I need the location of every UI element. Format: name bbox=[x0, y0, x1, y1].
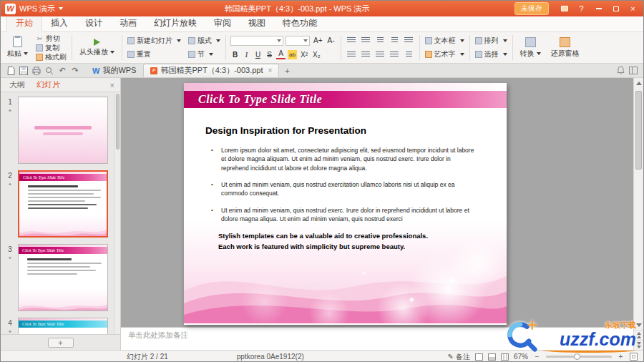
copy-button[interactable]: 复制 bbox=[33, 43, 69, 52]
slide-title-bar[interactable]: Click To Type Slide Title bbox=[184, 91, 507, 109]
add-slide-button[interactable]: + bbox=[48, 338, 74, 348]
thumb-3-preview[interactable]: Click To Type Slide Title bbox=[18, 244, 108, 311]
normal-view-button[interactable] bbox=[475, 353, 483, 361]
strikethrough-button[interactable]: S bbox=[265, 50, 274, 59]
increase-font-button[interactable]: A+ bbox=[312, 36, 324, 45]
font-name-select[interactable] bbox=[230, 36, 283, 46]
undo-button[interactable]: ↶ bbox=[57, 65, 68, 76]
zoom-out-button[interactable]: − bbox=[533, 353, 541, 361]
paste-button[interactable]: 粘贴 bbox=[2, 34, 33, 62]
home-tab-wps[interactable]: W 我的WPS bbox=[85, 64, 143, 77]
preview-button[interactable] bbox=[44, 65, 55, 76]
columns-button[interactable] bbox=[403, 50, 415, 59]
tab-design[interactable]: 设计 bbox=[77, 15, 111, 31]
bell-button[interactable] bbox=[617, 66, 625, 76]
unsaved-badge[interactable]: 未保存 bbox=[514, 2, 549, 15]
format-painter-button[interactable]: 格式刷 bbox=[33, 52, 69, 62]
slide-body[interactable]: Design Inspiration for Presentation •Lor… bbox=[184, 109, 507, 323]
tab-home[interactable]: 开始 bbox=[6, 14, 42, 32]
app-brand[interactable]: WPS 演示 bbox=[19, 4, 55, 14]
subscript-button[interactable]: X₂ bbox=[311, 50, 322, 59]
highlight-button[interactable]: ab bbox=[288, 50, 297, 59]
slide-emphasis-block[interactable]: Stylish templates can be a valuable aid … bbox=[218, 231, 479, 252]
current-slide[interactable]: Click To Type Slide Title Design Inspira… bbox=[184, 83, 507, 325]
decrease-font-button[interactable]: A- bbox=[326, 36, 336, 45]
select-button[interactable]: 选择 bbox=[472, 50, 510, 59]
superscript-button[interactable]: X² bbox=[299, 50, 309, 59]
notes-toggle-button[interactable]: ✎备注 bbox=[448, 352, 470, 362]
wordart-button[interactable]: 艺术字 bbox=[422, 50, 467, 59]
align-left-button[interactable] bbox=[346, 50, 358, 59]
document-tab[interactable]: P 韩国精美PPT（4:3）-003.ppt × bbox=[143, 64, 279, 77]
print-button[interactable] bbox=[31, 65, 42, 76]
slide-heading[interactable]: Design Inspiration for Presentation bbox=[205, 125, 482, 136]
fit-slide-button[interactable] bbox=[630, 353, 638, 361]
minimize-button[interactable] bbox=[591, 4, 606, 14]
line-spacing-button[interactable] bbox=[403, 36, 415, 45]
new-tab-button[interactable]: + bbox=[279, 64, 295, 77]
underline-button[interactable]: U bbox=[253, 50, 263, 59]
tab-animation[interactable]: 动画 bbox=[111, 15, 145, 31]
font-color-button[interactable]: A bbox=[276, 50, 286, 59]
thumb-4-preview[interactable]: Click To Type Slide Title bbox=[18, 318, 108, 334]
slide-thumbnail-3[interactable]: 3✦ Click To Type Slide Title bbox=[2, 244, 120, 311]
cut-button[interactable]: ✂剪切 bbox=[33, 34, 69, 43]
tab-review[interactable]: 审阅 bbox=[205, 15, 240, 31]
justify-button[interactable] bbox=[389, 50, 401, 59]
arrange-button[interactable]: 排列 bbox=[472, 36, 510, 45]
decrease-indent-button[interactable] bbox=[374, 36, 386, 45]
tab-special-features[interactable]: 特色功能 bbox=[274, 15, 326, 31]
italic-button[interactable]: I bbox=[242, 50, 251, 59]
zoom-slider[interactable] bbox=[546, 356, 612, 358]
tab-outline[interactable]: 大纲 bbox=[9, 79, 25, 90]
reset-button[interactable]: 重置 bbox=[125, 50, 184, 59]
zoom-in-button[interactable]: + bbox=[617, 353, 625, 361]
restore-pane-button[interactable]: 还原窗格 bbox=[546, 34, 585, 62]
panel-close-icon[interactable]: × bbox=[110, 81, 114, 89]
maximize-button[interactable] bbox=[608, 4, 623, 14]
close-button[interactable]: × bbox=[625, 4, 640, 14]
zoom-percentage[interactable]: 67% bbox=[514, 353, 528, 361]
slide-canvas[interactable]: Click To Type Slide Title Design Inspira… bbox=[121, 78, 633, 327]
help-button[interactable]: ? bbox=[574, 4, 589, 14]
slide-thumbnail-1[interactable]: 1✦ bbox=[2, 97, 120, 164]
slide-thumbnail-4[interactable]: 4✦ Click To Type Slide Title bbox=[2, 318, 120, 334]
redo-button[interactable]: ↷ bbox=[69, 65, 81, 76]
scrollbar-thumb[interactable] bbox=[635, 91, 642, 170]
increase-indent-button[interactable] bbox=[389, 36, 401, 45]
convert-button[interactable]: 转换 bbox=[515, 34, 546, 62]
slide-sorter-view-button[interactable] bbox=[488, 353, 496, 361]
slide-bullet-1[interactable]: •Lorem ipsum dolor sit amet, consectetur… bbox=[221, 146, 479, 172]
tab-insert[interactable]: 插入 bbox=[42, 15, 77, 31]
brand-dropdown-icon[interactable] bbox=[59, 7, 63, 10]
new-slide-button[interactable]: 新建幻灯片 bbox=[125, 36, 184, 45]
tab-view[interactable]: 视图 bbox=[240, 15, 274, 31]
scroll-up-button[interactable] bbox=[634, 78, 643, 88]
skin-button[interactable] bbox=[557, 4, 572, 14]
slideshow-view-button[interactable] bbox=[501, 353, 509, 361]
thumb-1-preview[interactable] bbox=[18, 97, 108, 164]
zoom-slider-knob[interactable] bbox=[574, 353, 580, 360]
slide-thumbnail-2[interactable]: 2✦ Click To Type Slide Title bbox=[2, 170, 120, 238]
vertical-scrollbar[interactable] bbox=[633, 78, 643, 350]
slide-title-text[interactable]: Click To Type Slide Title bbox=[198, 93, 322, 106]
font-size-select[interactable] bbox=[286, 36, 310, 46]
bullet-list-button[interactable] bbox=[346, 36, 358, 45]
section-button[interactable]: 节 bbox=[185, 50, 223, 59]
textbox-button[interactable]: 文本框 bbox=[422, 36, 467, 45]
numbered-list-button[interactable] bbox=[360, 36, 372, 45]
document-tab-close-icon[interactable]: × bbox=[268, 67, 273, 74]
align-right-button[interactable] bbox=[374, 50, 386, 59]
play-from-start-button[interactable]: 从头播放 bbox=[74, 34, 119, 62]
layout-button[interactable]: 版式 bbox=[185, 36, 223, 45]
scrollbar-track[interactable] bbox=[634, 88, 643, 320]
thumb-2-preview[interactable]: Click To Type Slide Title bbox=[18, 170, 108, 238]
save-button[interactable] bbox=[18, 65, 29, 76]
tab-slideshow[interactable]: 幻灯片放映 bbox=[145, 15, 205, 31]
bold-button[interactable]: B bbox=[230, 50, 240, 59]
thumbnail-scrollbar[interactable] bbox=[114, 92, 120, 334]
tab-slides[interactable]: 幻灯片 bbox=[36, 79, 60, 90]
thumbnail-scrollbar-thumb[interactable] bbox=[116, 94, 119, 150]
align-center-button[interactable] bbox=[360, 50, 372, 59]
slide-bullet-2[interactable]: •Ut enim ad minim veniam, quis nostrud e… bbox=[221, 180, 479, 198]
